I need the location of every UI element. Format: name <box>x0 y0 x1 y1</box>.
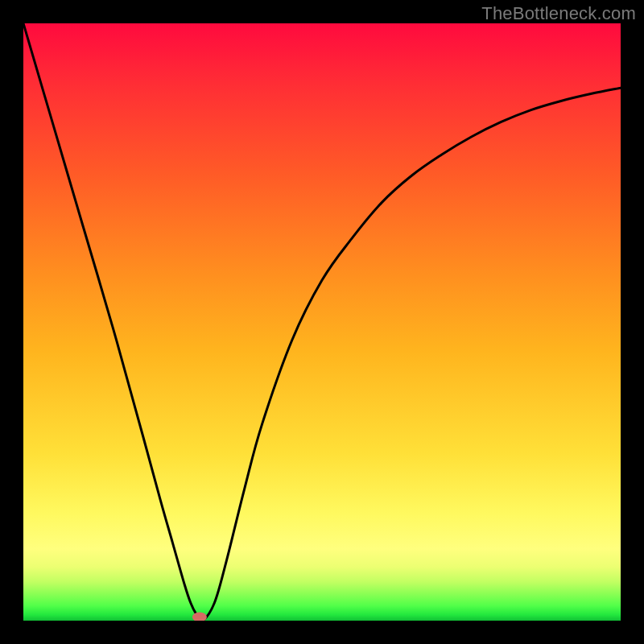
plot-area <box>23 23 621 621</box>
min-marker <box>192 613 207 621</box>
source-watermark: TheBottleneck.com <box>481 3 636 24</box>
chart-frame: TheBottleneck.com <box>0 0 644 644</box>
bottleneck-curve <box>23 23 621 621</box>
bottleneck-curve-path <box>23 23 621 621</box>
